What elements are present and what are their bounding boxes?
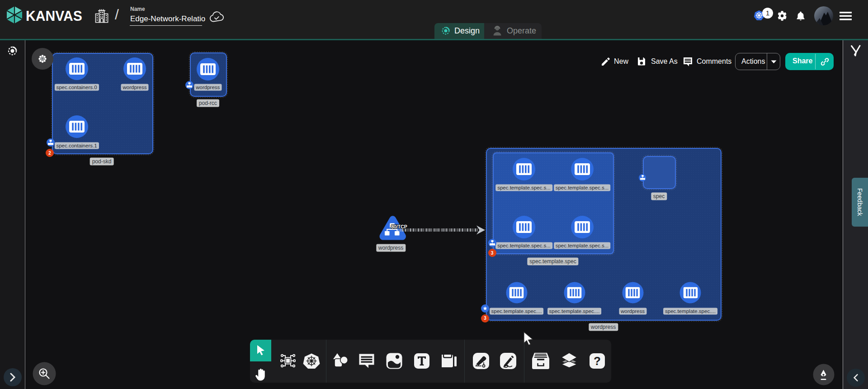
svg-text:1: 1 (766, 9, 770, 17)
svg-text:?: ? (594, 354, 601, 368)
